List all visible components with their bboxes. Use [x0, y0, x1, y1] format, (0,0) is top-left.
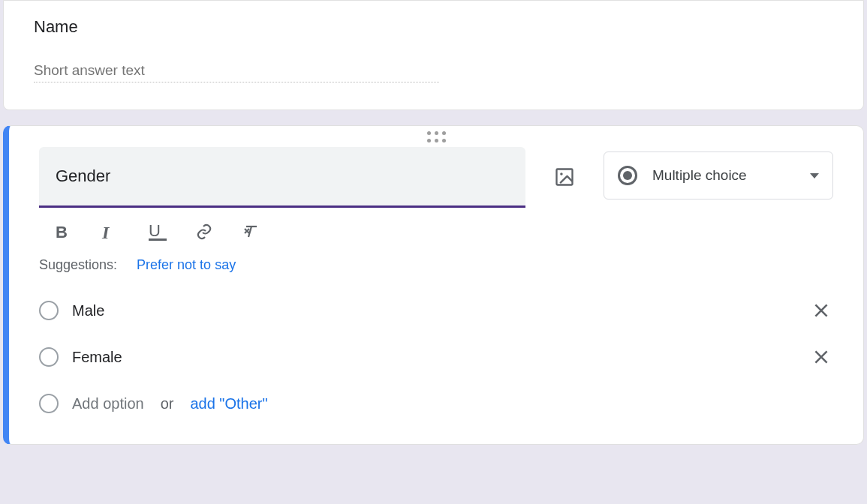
italic-icon: I [102, 223, 120, 241]
underline-button[interactable]: U [147, 221, 168, 242]
suggestions-row: Suggestions: Prefer not to say [39, 250, 833, 285]
chevron-down-icon [810, 173, 819, 178]
svg-point-1 [560, 172, 563, 176]
clear-formatting-button[interactable] [240, 221, 261, 242]
question-card-gender: Multiple choice B I U [3, 125, 864, 445]
image-icon [554, 166, 575, 188]
radio-empty-icon [39, 394, 59, 413]
clear-format-icon [242, 223, 260, 241]
remove-option-button[interactable] [809, 345, 833, 369]
option-label-input[interactable]: Male [72, 302, 796, 320]
link-button[interactable] [194, 221, 215, 242]
bold-icon: B [56, 223, 74, 241]
add-option-row: Add option or add "Other" [39, 382, 833, 424]
suggestions-label: Suggestions: [39, 257, 117, 273]
radio-icon [618, 166, 637, 185]
option-row: Male [39, 290, 833, 332]
question-type-label: Multiple choice [652, 167, 795, 184]
drag-handle-icon [427, 131, 446, 142]
radio-empty-icon [39, 347, 59, 367]
svg-rect-0 [557, 170, 573, 185]
option-row: Female [39, 336, 833, 378]
drag-handle[interactable] [39, 126, 833, 147]
underline-icon: U [149, 223, 167, 241]
question-title: Name [34, 17, 833, 37]
add-image-button[interactable] [546, 159, 583, 195]
link-icon [195, 223, 213, 241]
add-option-button[interactable]: Add option [72, 395, 144, 412]
question-card-name: Name [3, 0, 864, 110]
add-other-button[interactable]: add "Other" [190, 395, 267, 412]
radio-empty-icon [39, 301, 59, 320]
close-icon [811, 347, 831, 367]
or-label: or [161, 395, 174, 412]
bold-button[interactable]: B [54, 221, 75, 242]
option-label-input[interactable]: Female [72, 349, 796, 366]
italic-button[interactable]: I [101, 221, 122, 242]
remove-option-button[interactable] [809, 298, 833, 322]
question-title-input[interactable] [39, 147, 525, 208]
suggestion-chip[interactable]: Prefer not to say [137, 257, 236, 273]
close-icon [811, 301, 831, 320]
formatting-toolbar: B I U [39, 208, 833, 250]
short-answer-placeholder [34, 59, 439, 82]
question-type-select[interactable]: Multiple choice [604, 152, 833, 200]
